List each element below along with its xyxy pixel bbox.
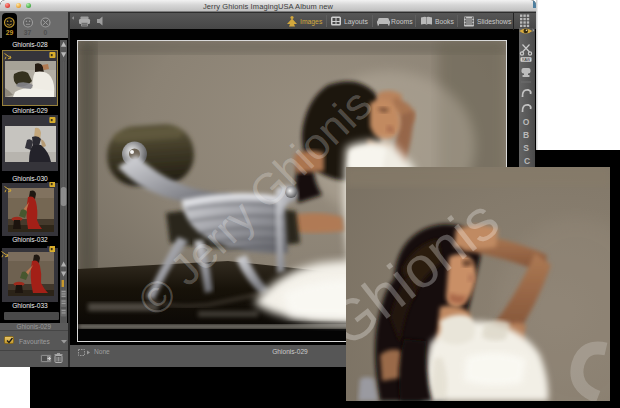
svg-text:RAW: RAW [521, 58, 530, 62]
svg-text:S: S [523, 143, 529, 153]
svg-text:O: O [522, 117, 529, 127]
svg-text:B: B [522, 130, 528, 140]
svg-text:C: C [523, 156, 529, 166]
